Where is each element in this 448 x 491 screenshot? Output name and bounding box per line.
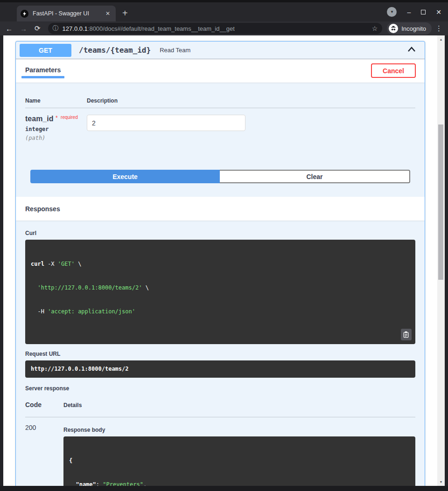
parameter-type: integer [25, 126, 87, 132]
json-colon1: : [96, 481, 103, 486]
endpoint-path: /teams/{team_id} [79, 46, 151, 55]
incognito-label: Incognito [401, 25, 426, 32]
browser-toolbar: ← → ⟳ ⓘ 127.0.0.1:8000/docs#/default/rea… [0, 21, 448, 35]
clear-button[interactable]: Clear [220, 170, 410, 183]
address-bar[interactable]: ⓘ 127.0.0.1:8000/docs#/default/read_team… [48, 23, 383, 34]
method-badge: GET [20, 44, 71, 57]
curl-indent [31, 284, 37, 291]
curl-cont1: \ [75, 261, 81, 267]
live-status-code: 200 [25, 423, 63, 486]
curl-code-block: curl -X 'GET' \ 'http://127.0.0.1:8000/t… [25, 240, 415, 344]
request-url-label: Request URL [25, 351, 415, 357]
window-maximize-icon[interactable] [421, 10, 426, 14]
required-star: * [56, 115, 58, 121]
response-body-label: Response body [63, 427, 415, 433]
copy-curl-button[interactable] [401, 329, 412, 340]
curl-accept-header: 'accept: application/json' [48, 308, 135, 315]
responses-title: Responses [25, 205, 60, 213]
parameter-location: (path) [25, 135, 87, 141]
reload-icon[interactable]: ⟳ [35, 24, 41, 33]
browser-titlebar: FastAPI - Swagger UI ✕ + ▼ – ✕ [0, 0, 448, 21]
incognito-badge: Incognito [387, 22, 432, 35]
window-right-edge [445, 35, 448, 486]
browser-update-icon[interactable]: ▼ [387, 7, 397, 17]
parameters-tab-underline [21, 76, 64, 78]
server-response-label: Server response [25, 385, 415, 392]
parameters-section-header: Parameters Cancel [16, 59, 425, 83]
url-path: :8000/docs#/default/read_team_teams__tea… [88, 25, 235, 32]
window-close-icon[interactable]: ✕ [436, 9, 441, 15]
bookmark-star-icon[interactable]: ☆ [372, 25, 378, 32]
json-key-name: "name" [69, 481, 96, 486]
chevron-up-icon[interactable] [407, 46, 416, 55]
tab-parameters[interactable]: Parameters [25, 66, 61, 74]
incognito-icon [389, 24, 398, 33]
json-brace-open: { [69, 457, 72, 464]
back-icon[interactable]: ← [6, 25, 13, 33]
swagger-page: GET /teams/{team_id} Read Team Parameter… [3, 35, 437, 486]
cancel-button[interactable]: Cancel [371, 63, 416, 78]
forward-icon[interactable]: → [20, 25, 27, 33]
opblock-get-read-team: GET /teams/{team_id} Read Team Parameter… [15, 41, 425, 486]
url-host: 127.0.0.1 [63, 25, 88, 32]
execute-button[interactable]: Execute [30, 170, 220, 183]
curl-url: 'http://127.0.0.1:8000/teams/2' [37, 284, 142, 291]
live-response-row: 200 Response body { "name": "Preventers"… [25, 423, 415, 486]
required-label: required [61, 115, 78, 120]
responses-body: Curl curl -X 'GET' \ 'http://127.0.0.1:8… [16, 221, 425, 486]
column-header-name: Name [25, 97, 87, 104]
opblock-summary[interactable]: GET /teams/{team_id} Read Team [16, 41, 425, 59]
curl-method: 'GET' [58, 261, 75, 267]
url-text: 127.0.0.1:8000/docs#/default/read_team_t… [63, 25, 235, 32]
window-minimize-icon[interactable]: – [407, 9, 411, 15]
curl-label: Curl [25, 230, 415, 236]
fastapi-favicon-icon [21, 10, 28, 18]
scrollbar-thumb[interactable] [438, 124, 443, 280]
browser-menu-icon[interactable]: ⋮ [435, 24, 442, 33]
site-info-icon[interactable]: ⓘ [53, 24, 59, 33]
scroll-down-icon[interactable]: ▼ [437, 480, 445, 484]
endpoint-summary: Read Team [160, 47, 190, 54]
json-value-name: "Preventers" [103, 481, 143, 486]
curl-cmd: curl [31, 261, 44, 267]
responses-section-header: Responses [16, 197, 425, 221]
live-details-header: Details [63, 402, 82, 408]
new-tab-icon[interactable]: + [122, 7, 128, 19]
window-left-edge [0, 35, 3, 486]
parameters-table: Name Description team_id * required inte… [16, 83, 425, 197]
scroll-up-icon[interactable]: ▲ [437, 38, 445, 41]
live-code-header: Code [25, 401, 63, 408]
request-url-block: http://127.0.0.1:8000/teams/2 [25, 360, 415, 378]
curl-flag-h: -H [31, 308, 48, 315]
curl-flag-x: -X [44, 261, 58, 267]
column-header-description: Description [87, 97, 118, 104]
parameter-name: team_id [25, 115, 53, 123]
json-comma1: , [143, 481, 147, 486]
browser-tab[interactable]: FastAPI - Swagger UI ✕ [17, 6, 116, 21]
tab-close-icon[interactable]: ✕ [104, 9, 112, 18]
team-id-input[interactable] [87, 115, 245, 131]
tab-title: FastAPI - Swagger UI [33, 10, 104, 17]
curl-cont2: \ [142, 284, 148, 291]
parameter-row-team-id: team_id * required integer (path) [25, 108, 415, 141]
response-body-block: { "name": "Preventers", "headquarters": … [63, 436, 415, 486]
page-scrollbar[interactable]: ▲ ▼ [437, 35, 445, 486]
